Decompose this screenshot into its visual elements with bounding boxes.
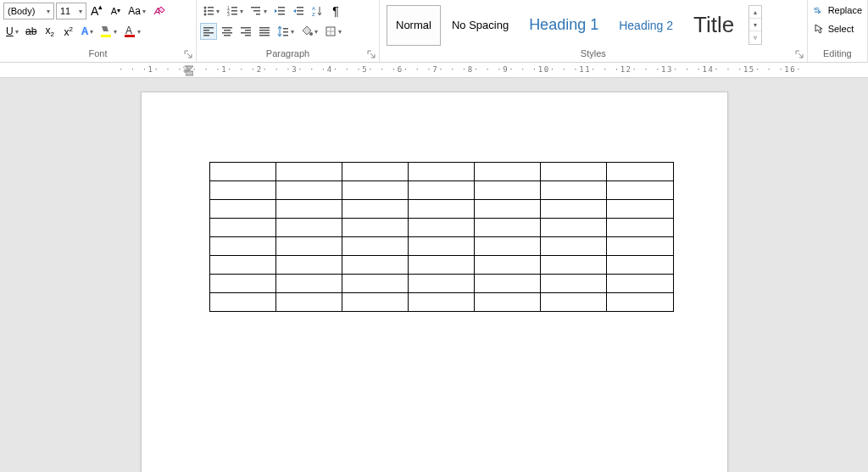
table-cell[interactable]	[275, 256, 342, 275]
increase-indent-button[interactable]	[290, 3, 307, 19]
style-heading-2[interactable]: Heading 2	[609, 5, 682, 46]
table-cell[interactable]	[275, 200, 342, 219]
table-cell[interactable]	[607, 293, 673, 312]
paragraph-dialog-launcher[interactable]	[365, 48, 377, 60]
style-normal[interactable]: Normal	[387, 5, 441, 46]
clear-formatting-button[interactable]: A	[150, 3, 169, 19]
table-cell[interactable]	[209, 163, 275, 181]
style-no-spacing[interactable]: No Spacing	[442, 5, 518, 46]
table-cell[interactable]	[408, 237, 474, 256]
table-cell[interactable]	[541, 200, 607, 219]
multilevel-list-button[interactable]: ▾	[248, 3, 270, 19]
table-cell[interactable]	[541, 219, 607, 237]
document-page[interactable]	[141, 92, 728, 472]
table-cell[interactable]	[275, 237, 342, 256]
document-table[interactable]	[209, 162, 674, 312]
table-cell[interactable]	[209, 256, 275, 275]
table-cell[interactable]	[475, 256, 541, 275]
table-cell[interactable]	[475, 200, 541, 219]
superscript-button[interactable]: x2	[60, 23, 77, 40]
table-cell[interactable]	[209, 293, 275, 312]
font-color-button[interactable]: A▾	[121, 23, 143, 40]
gallery-more-button[interactable]: ▿	[749, 31, 761, 44]
table-cell[interactable]	[342, 275, 408, 293]
table-cell[interactable]	[342, 237, 408, 256]
table-cell[interactable]	[275, 181, 342, 200]
table-cell[interactable]	[342, 163, 408, 181]
table-cell[interactable]	[209, 237, 275, 256]
style-heading-1[interactable]: Heading 1	[520, 5, 608, 46]
replace-button[interactable]: ab Replace	[810, 2, 865, 19]
line-spacing-button[interactable]: ▾	[275, 23, 297, 40]
table-cell[interactable]	[408, 181, 474, 200]
table-cell[interactable]	[607, 163, 673, 181]
table-cell[interactable]	[408, 200, 474, 219]
table-cell[interactable]	[408, 219, 474, 237]
select-button[interactable]: Select	[810, 20, 865, 37]
table-cell[interactable]	[607, 219, 673, 237]
table-cell[interactable]	[275, 219, 342, 237]
table-cell[interactable]	[541, 237, 607, 256]
table-cell[interactable]	[541, 181, 607, 200]
table-cell[interactable]	[607, 200, 673, 219]
align-right-button[interactable]	[237, 23, 254, 40]
gallery-down-button[interactable]: ▾	[749, 19, 761, 31]
table-cell[interactable]	[342, 256, 408, 275]
table-cell[interactable]	[541, 293, 607, 312]
table-cell[interactable]	[209, 219, 275, 237]
decrease-indent-button[interactable]	[271, 3, 288, 19]
show-marks-button[interactable]: ¶	[327, 3, 344, 19]
table-cell[interactable]	[475, 237, 541, 256]
table-cell[interactable]	[275, 275, 342, 293]
strikethrough-button[interactable]: ab	[23, 23, 40, 40]
gallery-up-button[interactable]: ▴	[749, 6, 761, 19]
shading-button[interactable]: ▾	[298, 23, 320, 40]
table-cell[interactable]	[475, 163, 541, 181]
table-cell[interactable]	[607, 181, 673, 200]
borders-button[interactable]: ▾	[322, 23, 344, 40]
table-cell[interactable]	[408, 163, 474, 181]
table-cell[interactable]	[342, 200, 408, 219]
decrease-font-button[interactable]: A▾	[107, 3, 124, 19]
table-cell[interactable]	[475, 181, 541, 200]
table-cell[interactable]	[475, 275, 541, 293]
sort-button[interactable]: AZ	[309, 3, 326, 19]
table-cell[interactable]	[209, 181, 275, 200]
bullets-button[interactable]: ▾	[200, 3, 222, 19]
horizontal-ruler[interactable]: · · ·1· · ·䨫· · ·1· · ·2· · ·3· · ·4· · …	[0, 63, 868, 78]
table-cell[interactable]	[475, 293, 541, 312]
text-effects-button[interactable]: A▾	[79, 23, 97, 40]
underline-button[interactable]: U▾	[3, 23, 21, 40]
table-cell[interactable]	[607, 237, 673, 256]
table-cell[interactable]	[607, 256, 673, 275]
table-cell[interactable]	[342, 219, 408, 237]
table-cell[interactable]	[475, 219, 541, 237]
table-cell[interactable]	[209, 275, 275, 293]
style-title[interactable]: Title	[684, 5, 743, 46]
change-case-button[interactable]: Aa▾	[125, 3, 148, 19]
numbering-button[interactable]: 123▾	[224, 3, 246, 19]
font-size-combo[interactable]: 11 ▾	[56, 3, 86, 19]
table-cell[interactable]	[607, 275, 673, 293]
subscript-button[interactable]: x2	[42, 23, 58, 40]
align-left-button[interactable]	[200, 23, 217, 40]
styles-dialog-launcher[interactable]	[793, 48, 805, 60]
table-cell[interactable]	[541, 256, 607, 275]
table-cell[interactable]	[541, 275, 607, 293]
increase-font-button[interactable]: A▴	[88, 3, 105, 19]
justify-button[interactable]	[256, 23, 273, 40]
align-center-button[interactable]	[219, 23, 236, 40]
table-cell[interactable]	[408, 293, 474, 312]
indent-marker[interactable]	[186, 63, 193, 76]
table-cell[interactable]	[275, 293, 342, 312]
table-cell[interactable]	[408, 256, 474, 275]
font-name-combo[interactable]: (Body) ▾	[3, 3, 54, 19]
highlight-button[interactable]: ▾	[97, 23, 120, 40]
table-cell[interactable]	[275, 163, 342, 181]
table-cell[interactable]	[408, 275, 474, 293]
table-cell[interactable]	[209, 200, 275, 219]
table-cell[interactable]	[541, 163, 607, 181]
font-dialog-launcher[interactable]	[182, 48, 194, 60]
table-cell[interactable]	[342, 293, 408, 312]
table-cell[interactable]	[342, 181, 408, 200]
